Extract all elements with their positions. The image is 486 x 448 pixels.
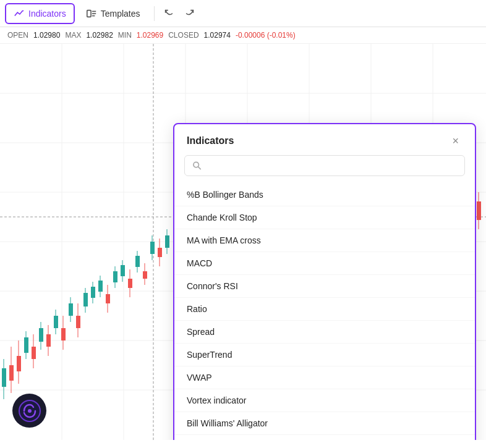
indicator-item[interactable]: Bill Williams' Alligator: [174, 412, 475, 435]
min-value: 1.02969: [137, 31, 163, 40]
modal-overlay: Indicators × %B Bollinger BandsChande Kr…: [0, 44, 486, 440]
templates-label: Templates: [101, 9, 140, 19]
undo-icon: [163, 8, 174, 19]
templates-button[interactable]: Templates: [77, 3, 149, 24]
search-container[interactable]: [184, 155, 465, 176]
closed-value: 1.02974: [204, 31, 231, 40]
undo-button[interactable]: [160, 4, 178, 23]
svg-line-85: [198, 167, 200, 169]
search-icon: [192, 161, 202, 171]
modal-header: Indicators ×: [174, 124, 475, 155]
indicators-icon: [14, 8, 25, 19]
indicator-item[interactable]: Arun: [174, 435, 475, 440]
closed-label: CLOSED: [168, 31, 198, 40]
redo-button[interactable]: [181, 4, 199, 23]
toolbar: Indicators Templates: [0, 0, 486, 27]
search-input[interactable]: [207, 161, 457, 171]
indicator-item[interactable]: Chande Kroll Stop: [174, 206, 475, 229]
indicator-item[interactable]: Connor's RSI: [174, 275, 475, 298]
redo-icon: [184, 8, 195, 19]
chart-area: Indicators × %B Bollinger BandsChande Kr…: [0, 44, 486, 440]
max-value: 1.02982: [86, 31, 113, 40]
indicator-item[interactable]: SuperTrend: [174, 344, 475, 366]
indicator-item[interactable]: Vortex indicator: [174, 389, 475, 412]
templates-icon: [86, 8, 97, 19]
indicator-item[interactable]: MA with EMA cross: [174, 229, 475, 252]
min-label: MIN: [118, 31, 132, 40]
modal-close-button[interactable]: ×: [448, 134, 463, 148]
svg-rect-0: [87, 10, 91, 17]
modal-title: Indicators: [187, 135, 234, 146]
indicators-list: %B Bollinger BandsChande Kroll StopMA wi…: [174, 184, 475, 440]
open-label: OPEN: [7, 31, 28, 40]
change-value: -0.00006 (-0.01%): [236, 31, 296, 40]
open-value: 1.02980: [33, 31, 60, 40]
max-label: MAX: [65, 31, 81, 40]
indicator-item[interactable]: VWAP: [174, 366, 475, 389]
indicators-button[interactable]: Indicators: [5, 3, 75, 24]
indicators-modal: Indicators × %B Bollinger BandsChande Kr…: [173, 123, 476, 440]
indicator-item[interactable]: %B Bollinger Bands: [174, 184, 475, 206]
toolbar-divider: [154, 6, 155, 21]
indicator-item[interactable]: Spread: [174, 321, 475, 344]
price-bar: OPEN 1.02980 MAX 1.02982 MIN 1.02969 CLO…: [0, 27, 486, 44]
indicator-item[interactable]: MACD: [174, 252, 475, 275]
indicator-item[interactable]: Ratio: [174, 298, 475, 321]
indicators-label: Indicators: [28, 9, 66, 19]
